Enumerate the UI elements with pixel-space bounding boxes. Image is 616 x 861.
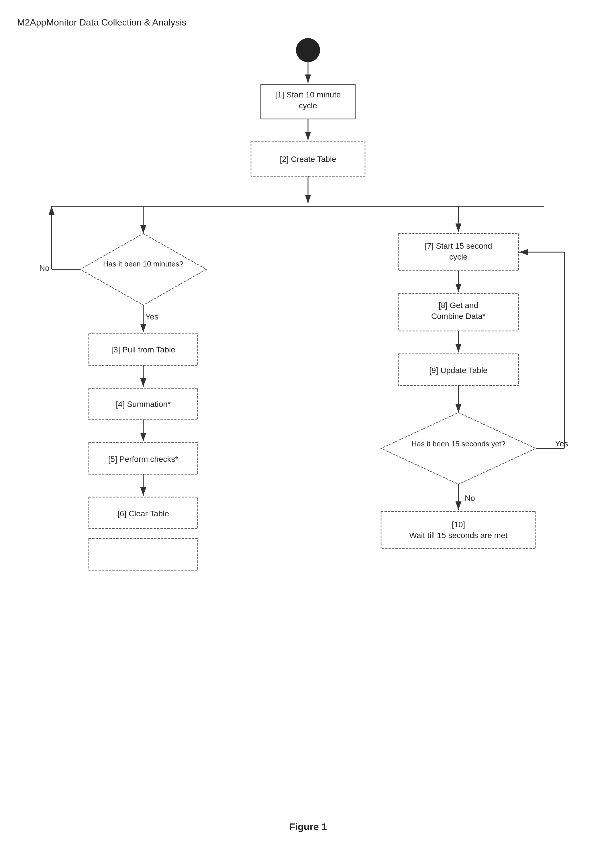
node8-text2: Combine Data* [431, 312, 486, 321]
node10-text1: [10] [452, 520, 465, 529]
node9-text: [9] Update Table [429, 366, 487, 375]
node2-text: [2] Create Table [280, 155, 336, 163]
node3-text: [3] Pull from Table [111, 345, 175, 354]
yes-label: Yes [145, 312, 159, 321]
diamond-15sec-text: Has it been 15 seconds yet? [412, 440, 505, 448]
node4-text: [4] Summation* [116, 400, 171, 409]
flowchart: [1] Start 10 minute cycle [2] Create Tab… [0, 0, 616, 861]
diamond-10min-text1: Has it been 10 minutes? [103, 259, 183, 268]
figure-label: Figure 1 [289, 821, 327, 832]
diamond-10min [80, 234, 206, 305]
node5-text: [5] Perform checks* [108, 455, 178, 463]
node7-box [398, 234, 519, 271]
node7-text1: [7] Start 15 second [424, 242, 492, 250]
start-node [296, 38, 320, 62]
node7-text2: cycle [449, 253, 468, 261]
node6-text: [6] Clear Table [118, 509, 169, 518]
node8-text1: [8] Get and [438, 301, 478, 310]
diamond-15sec [381, 413, 536, 484]
no2-label: No [465, 494, 475, 503]
node6-extra-box [89, 539, 198, 570]
node1-text: [1] Start 10 minute [275, 90, 341, 99]
node10-text2: Wait till 15 seconds are met [409, 531, 508, 540]
node1-text2: cycle [299, 101, 317, 110]
node10-box [381, 511, 536, 549]
yes2-label: Yes [555, 439, 568, 448]
no-label: No [39, 264, 50, 272]
